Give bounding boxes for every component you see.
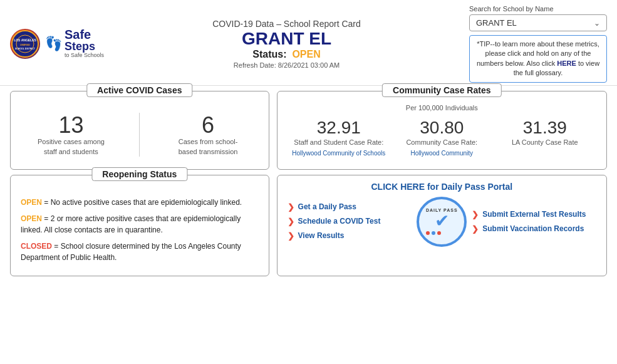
search-current-value: GRANT EL [476, 18, 517, 28]
svg-text:SCHOOL DISTRICT: SCHOOL DISTRICT [15, 48, 36, 50]
steps-text: Steps [65, 41, 104, 52]
open-label-1: OPEN [21, 198, 42, 207]
rate1-label: Staff and Student Case Rate: [288, 138, 390, 147]
badge-inner: DAILY PASS ✔ [426, 208, 458, 235]
page-title: COVID-19 Data – School Report Card [104, 19, 469, 29]
staff-cases-number[interactable]: 13 [33, 113, 108, 138]
status-value: OPEN [292, 49, 320, 60]
svg-text:LOS ANGELES: LOS ANGELES [14, 38, 36, 42]
open-label-2: OPEN [21, 214, 42, 223]
community-numbers: 32.91 Staff and Student Case Rate: Holly… [288, 118, 596, 157]
status-line: Status: OPEN [104, 49, 469, 60]
search-label: Search for School by Name [469, 5, 554, 13]
header-center: COVID-19 Data – School Report Card GRANT… [104, 19, 469, 69]
school-search-dropdown[interactable]: GRANT EL ⌄ [469, 14, 607, 31]
link5-text: Submit Vaccination Records [482, 224, 584, 233]
school-cases-number[interactable]: 6 [170, 113, 246, 138]
submit-external-test-link[interactable]: ❯ Submit External Test Results [472, 210, 596, 219]
link2-text: Schedule a COVID Test [298, 217, 381, 226]
view-results-link[interactable]: ❯ View Results [288, 231, 412, 241]
reopen-item-1: OPEN = No active positive cases that are… [21, 197, 259, 208]
safesteps-text: Safe Steps to Safe Schools [65, 28, 104, 59]
rate1-block: 32.91 Staff and Student Case Rate: Holly… [288, 118, 390, 157]
link3-text: View Results [298, 231, 345, 240]
reopen-text-2: = 2 or more active positive cases that a… [21, 214, 241, 234]
dailypass-links-left: ❯ Get a Daily Pass ❯ Schedule a COVID Te… [288, 202, 412, 241]
sub-text: to Safe Schools [65, 52, 104, 59]
badge-dots [426, 231, 458, 235]
reopen-item-2: OPEN = 2 or more active positive cases t… [21, 213, 259, 236]
arrow-icon-3: ❯ [288, 231, 294, 241]
link1-text: Get a Daily Pass [298, 202, 356, 211]
arrow-icon-4: ❯ [472, 210, 479, 219]
reopen-card: Reopening Status OPEN = No active positi… [10, 175, 269, 276]
search-wrapper: Search for School by Name GRANT EL ⌄ [469, 5, 607, 31]
rate2-value[interactable]: 30.80 [390, 118, 493, 138]
community-subtitle: Per 100,000 Individuals [288, 104, 596, 112]
dailypass-title[interactable]: CLICK HERE for Daily Pass Portal [288, 182, 596, 192]
arrow-icon-5: ❯ [472, 224, 479, 234]
reopen-card-title: Reopening Status [91, 167, 187, 181]
arrow-icon-2: ❯ [288, 217, 294, 226]
rate2-label: Community Case Rate: [390, 138, 493, 147]
staff-cases-block: 13 Positive cases among staff and studen… [33, 113, 108, 157]
main-content: Active COVID Cases 13 Positive cases amo… [0, 86, 617, 281]
reopen-text-1: = No active positive cases that are epid… [42, 198, 242, 207]
dot-1 [426, 231, 430, 235]
header-right: Search for School by Name GRANT EL ⌄ *TI… [469, 5, 607, 83]
row-top: Active COVID Cases 13 Positive cases amo… [10, 91, 607, 170]
arrow-icon-1: ❯ [288, 202, 294, 212]
dailypass-links-right: ❯ Submit External Test Results ❯ Submit … [472, 210, 596, 234]
lausd-logo: LOS ANGELES UNIFIED SCHOOL DISTRICT [10, 29, 40, 59]
check-icon: ✔ [426, 212, 458, 230]
refresh-date: Refresh Date: 8/26/2021 03:00 AM [104, 61, 469, 69]
covid-divider [139, 113, 140, 157]
foot-icon: 👣 [45, 36, 62, 52]
dailypass-card: CLICK HERE for Daily Pass Portal ❯ Get a… [277, 175, 607, 276]
school-name: GRANT EL [104, 29, 469, 49]
reopen-item-3: CLOSED = School closure determined by th… [21, 241, 259, 263]
dot-3 [437, 231, 441, 235]
community-card-title: Community Case Rates [382, 83, 501, 97]
dot-2 [432, 231, 435, 235]
rate3-block: 31.39 LA County Case Rate [494, 118, 596, 157]
dailypass-badge: DAILY PASS ✔ [417, 197, 467, 247]
covid-numbers: 13 Positive cases among staff and studen… [21, 113, 259, 157]
tip-box: *TIP--to learn more about these metrics,… [469, 35, 607, 83]
schedule-covid-test-link[interactable]: ❯ Schedule a COVID Test [288, 217, 412, 226]
rate2-link[interactable]: Hollywood Community [390, 150, 493, 157]
rate3-label: LA County Case Rate [494, 138, 596, 147]
rate2-block: 30.80 Community Case Rate: Hollywood Com… [390, 118, 493, 157]
rate1-value[interactable]: 32.91 [288, 118, 390, 138]
safe-text: Safe [65, 28, 104, 41]
get-daily-pass-link[interactable]: ❯ Get a Daily Pass [288, 202, 412, 212]
school-cases-block: 6 Cases from school-based transmission [170, 113, 246, 157]
safesteps-logo: 👣 Safe Steps to Safe Schools [45, 28, 104, 59]
rate3-value[interactable]: 31.39 [494, 118, 596, 138]
staff-cases-label: Positive cases among staff and students [33, 137, 108, 157]
link4-text: Submit External Test Results [482, 210, 586, 219]
covid-card-title: Active COVID Cases [86, 83, 192, 97]
logo-area: LOS ANGELES UNIFIED SCHOOL DISTRICT 👣 Sa… [10, 28, 104, 59]
page-header: LOS ANGELES UNIFIED SCHOOL DISTRICT 👣 Sa… [0, 0, 617, 86]
svg-text:UNIFIED: UNIFIED [20, 43, 30, 46]
rate1-link[interactable]: Hollywood Community of Schools [288, 150, 390, 157]
status-label: Status: [252, 49, 286, 60]
dailypass-content: ❯ Get a Daily Pass ❯ Schedule a COVID Te… [288, 197, 596, 247]
chevron-down-icon: ⌄ [594, 19, 600, 28]
submit-vaccination-link[interactable]: ❯ Submit Vaccination Records [472, 224, 596, 234]
reopen-text-3: = School closure determined by the Los A… [21, 242, 241, 262]
closed-label: CLOSED [21, 242, 52, 251]
dailypass-badge-wrapper: DAILY PASS ✔ [417, 197, 467, 247]
row-bottom: Reopening Status OPEN = No active positi… [10, 175, 607, 276]
school-cases-label: Cases from school-based transmission [170, 137, 246, 157]
glossary-link[interactable]: HERE [557, 60, 576, 67]
covid-cases-card: Active COVID Cases 13 Positive cases amo… [10, 91, 269, 170]
community-rates-card: Community Case Rates Per 100,000 Individ… [277, 91, 607, 170]
